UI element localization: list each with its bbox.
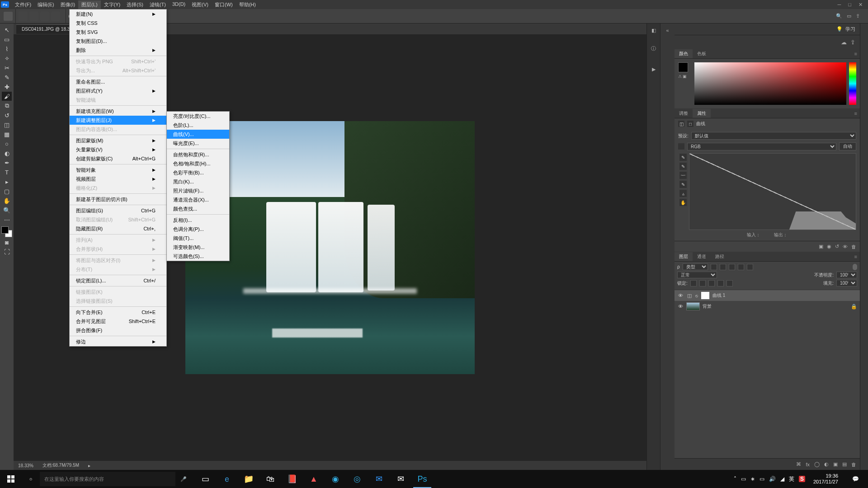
menu-item[interactable]: 图层样式(Y)▶ xyxy=(70,86,166,95)
menu-item[interactable]: 新建调整图层(J)▶ xyxy=(70,116,166,125)
eraser-tool[interactable]: ◫ xyxy=(2,120,12,129)
opacity-select[interactable]: 100% xyxy=(836,272,857,278)
autoselect-icon[interactable] xyxy=(19,12,28,21)
fx-icon[interactable]: fx xyxy=(806,462,810,467)
submenu-item[interactable]: 色相/饱和度(H)... xyxy=(167,159,229,168)
submenu-item[interactable]: 曝光度(E)... xyxy=(167,139,229,148)
app3-icon[interactable]: ◉ xyxy=(325,470,346,488)
submenu-item[interactable]: 反相(I)... xyxy=(167,216,229,225)
hand-icon[interactable]: ✋ xyxy=(679,199,687,206)
quick-select-tool[interactable]: ✧ xyxy=(2,54,12,63)
start-button[interactable] xyxy=(0,470,22,488)
view-previous-icon[interactable]: ◉ xyxy=(827,244,831,249)
submenu-item[interactable]: 色彩平衡(B)... xyxy=(167,168,229,177)
clip-icon[interactable]: ▵ xyxy=(679,190,687,197)
menu-item[interactable]: 修边▶ xyxy=(70,337,166,346)
menu-滤镜(T)[interactable]: 滤镜(T) xyxy=(146,0,169,9)
menu-视图(V)[interactable]: 视图(V) xyxy=(189,0,212,9)
filter-pixel-icon[interactable] xyxy=(711,264,717,270)
menu-窗口(W)[interactable]: 窗口(W) xyxy=(212,0,236,9)
submenu-item[interactable]: 曲线(V)... xyxy=(167,130,229,139)
store-icon[interactable]: 🛍 xyxy=(259,470,281,488)
tool-preset-icon[interactable] xyxy=(4,12,13,21)
channel-icon[interactable] xyxy=(678,143,684,150)
menu-帮助(H)[interactable]: 帮助(H) xyxy=(236,0,259,9)
channel-select[interactable]: RGB xyxy=(687,143,836,150)
adjustments-tab[interactable]: 调整 xyxy=(675,109,693,118)
menu-选择(S)[interactable]: 选择(S) xyxy=(123,0,146,9)
distribute-icon[interactable] xyxy=(51,12,60,21)
shape-tool[interactable]: ▢ xyxy=(2,187,12,196)
hue-slider[interactable] xyxy=(849,62,856,105)
menu-item[interactable]: 删除▶ xyxy=(70,46,166,55)
auto-button[interactable]: 自动 xyxy=(839,142,856,150)
menu-3D(D)[interactable]: 3D(D) xyxy=(169,0,189,9)
menu-item[interactable]: 合并可见图层Shift+Ctrl+E xyxy=(70,317,166,326)
submenu-item[interactable]: 通道混合器(X)... xyxy=(167,195,229,204)
lock-image-icon[interactable] xyxy=(699,280,706,286)
zoom-tool[interactable]: 🔍 xyxy=(2,206,12,215)
menu-item[interactable]: 重命名图层... xyxy=(70,77,166,86)
menu-item[interactable]: 图层蒙版(M)▶ xyxy=(70,136,166,145)
submenu-item[interactable]: 色阶(L)... xyxy=(167,121,229,130)
submenu-item[interactable]: 照片滤镜(F)... xyxy=(167,186,229,195)
sample-icon[interactable]: ✎ xyxy=(679,163,687,170)
align-icon[interactable] xyxy=(40,12,49,21)
blend-mode-select[interactable]: 正常 xyxy=(677,272,717,278)
menu-item[interactable]: 新建基于图层的切片(B) xyxy=(70,195,166,204)
edit-toolbar[interactable]: ⋯ xyxy=(2,215,12,224)
mask-icon[interactable]: ◯ xyxy=(814,461,820,467)
adjustment-layer-icon[interactable]: ◐ xyxy=(824,461,829,467)
play-icon[interactable]: ▶ xyxy=(650,65,658,73)
app1-icon[interactable]: 📕 xyxy=(281,470,303,488)
menu-item[interactable]: 智能对象▶ xyxy=(70,165,166,174)
explorer-icon[interactable]: 📁 xyxy=(238,470,259,488)
preset-select[interactable]: 默认值 xyxy=(691,132,856,140)
minimize-button[interactable]: ─ xyxy=(838,2,841,8)
layer-thumb[interactable] xyxy=(686,302,700,310)
restore-button[interactable]: □ xyxy=(848,2,851,8)
move-tool[interactable]: ↖ xyxy=(2,25,12,34)
menu-item[interactable]: 向下合并(E)Ctrl+E xyxy=(70,308,166,317)
toggle-visibility-icon[interactable]: 👁 xyxy=(843,244,848,249)
layers-tab[interactable]: 图层 xyxy=(675,252,693,261)
lasso-tool[interactable]: ⌇ xyxy=(2,44,12,53)
lock-pos-icon[interactable] xyxy=(708,280,715,286)
tray-people-icon[interactable]: ▭ xyxy=(741,476,746,482)
heal-tool[interactable]: ✚ xyxy=(2,82,12,91)
menu-item[interactable]: 复制 SVG xyxy=(70,28,166,37)
delete-adjustment-icon[interactable]: 🗑 xyxy=(851,244,856,249)
stamp-tool[interactable]: ⧉ xyxy=(2,101,12,110)
menu-图像(I)[interactable]: 图像(I) xyxy=(57,0,78,9)
panel-menu-icon[interactable]: ≡ xyxy=(852,254,860,259)
mail-icon[interactable]: ✉ xyxy=(390,470,411,488)
menu-文件(F)[interactable]: 文件(F) xyxy=(12,0,34,9)
marquee-tool[interactable]: ▭ xyxy=(2,35,12,44)
filter-type-icon[interactable] xyxy=(729,264,735,270)
filter-kind-select[interactable]: 类型 xyxy=(683,263,708,270)
type-tool[interactable]: T xyxy=(2,168,12,177)
submenu-item[interactable]: 颜色查找... xyxy=(167,204,229,213)
app2-icon[interactable]: ▲ xyxy=(303,470,325,488)
visibility-icon[interactable]: 👁 xyxy=(677,293,684,298)
layer-name[interactable]: 背景 xyxy=(703,303,712,310)
foreground-color[interactable] xyxy=(678,62,688,72)
taskview-icon[interactable]: ▭ xyxy=(194,470,216,488)
submenu-item[interactable]: 可选颜色(S)... xyxy=(167,252,229,261)
visibility-icon[interactable]: 👁 xyxy=(677,304,684,309)
menu-item[interactable]: 视频图层▶ xyxy=(70,174,166,183)
chevron-left-icon[interactable]: « xyxy=(664,26,672,34)
menu-item[interactable]: 复制 CSS xyxy=(70,19,166,28)
tray-chevron-icon[interactable]: ˄ xyxy=(734,476,736,482)
tray-ime2[interactable]: S xyxy=(799,476,805,482)
group-icon[interactable]: ▣ xyxy=(833,461,838,467)
reset-icon[interactable]: ↺ xyxy=(835,244,839,249)
submenu-item[interactable]: 自然饱和度(R)... xyxy=(167,150,229,159)
tray-battery-icon[interactable]: ▭ xyxy=(760,476,764,482)
close-button[interactable]: ✕ xyxy=(859,2,863,8)
app5-icon[interactable]: ✉ xyxy=(368,470,390,488)
submenu-item[interactable]: 色调分离(P)... xyxy=(167,225,229,234)
crop-tool[interactable]: ✂ xyxy=(2,63,12,72)
menu-item[interactable]: 锁定图层(L)...Ctrl+/ xyxy=(70,276,166,285)
properties-tab[interactable]: 属性 xyxy=(693,109,711,118)
